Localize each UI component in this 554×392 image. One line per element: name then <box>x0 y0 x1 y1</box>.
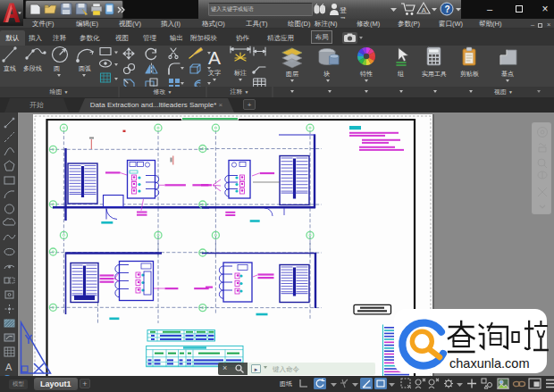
svg-text:chaxunla.com: chaxunla.com <box>449 356 529 371</box>
svg-text:A: A <box>5 362 13 372</box>
svg-text:?: ? <box>445 4 450 14</box>
svg-text:A: A <box>208 47 221 68</box>
svg-text:A: A <box>422 6 427 14</box>
